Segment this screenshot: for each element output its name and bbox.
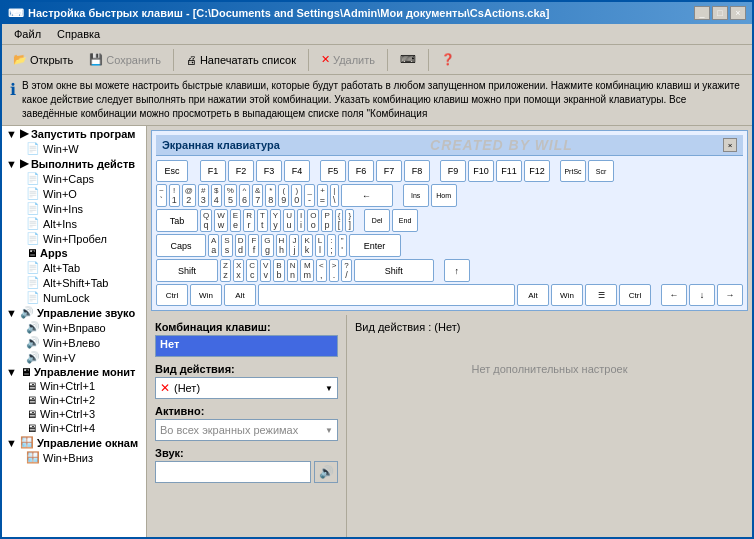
key-7[interactable]: &7 [252, 184, 263, 207]
key-space[interactable] [258, 284, 515, 306]
key-f10[interactable]: F10 [468, 160, 494, 182]
sidebar-item-altins[interactable]: 📄 Alt+Ins [2, 216, 146, 231]
key-quote[interactable]: "' [338, 234, 347, 257]
key-9[interactable]: (9 [278, 184, 289, 207]
sidebar-group-monitor[interactable]: ▼ 🖥 Управление монит [2, 365, 146, 379]
key-f8[interactable]: F8 [404, 160, 430, 182]
key-home[interactable]: Hom [431, 184, 457, 207]
keyboard-button[interactable]: ⌨ [393, 50, 423, 69]
key-left[interactable]: ← [661, 284, 687, 306]
key-v[interactable]: Vv [260, 259, 271, 282]
key-z[interactable]: Zz [220, 259, 231, 282]
key-rctrl[interactable]: Ctrl [619, 284, 651, 306]
sidebar-item-alttab[interactable]: 📄 Alt+Tab [2, 260, 146, 275]
key-end[interactable]: End [392, 209, 418, 232]
sidebar-group-sound[interactable]: ▼ 🔊 Управление звуко [2, 305, 146, 320]
key-f1[interactable]: F1 [200, 160, 226, 182]
key-w[interactable]: Ww [214, 209, 228, 232]
key-r[interactable]: Rr [243, 209, 255, 232]
kb-close-button[interactable]: × [723, 138, 737, 152]
sidebar-item-wino[interactable]: 📄 Win+O [2, 186, 146, 201]
key-f11[interactable]: F11 [496, 160, 522, 182]
key-lalt[interactable]: Alt [224, 284, 256, 306]
key-l[interactable]: Ll [315, 234, 325, 257]
sound-input[interactable] [155, 461, 311, 483]
key-f[interactable]: Ff [248, 234, 259, 257]
key-rbracket[interactable]: }] [345, 209, 354, 232]
key-0[interactable]: )0 [291, 184, 302, 207]
key-e[interactable]: Ee [230, 209, 241, 232]
key-y[interactable]: Yy [270, 209, 281, 232]
key-b[interactable]: Bb [273, 259, 284, 282]
key-o[interactable]: Oo [307, 209, 319, 232]
save-button[interactable]: 💾 Сохранить [82, 50, 168, 69]
key-comma[interactable]: <, [316, 259, 327, 282]
key-s[interactable]: Ss [221, 234, 232, 257]
sidebar-item-winins[interactable]: 📄 Win+Ins [2, 201, 146, 216]
print-button[interactable]: 🖨 Напечатать список [179, 51, 303, 69]
key-f4[interactable]: F4 [284, 160, 310, 182]
sidebar-item-winleft[interactable]: 🔊 Win+Влево [2, 335, 146, 350]
key-u[interactable]: Uu [283, 209, 295, 232]
sidebar-item-winctrl3[interactable]: 🖥 Win+Ctrl+3 [2, 407, 146, 421]
key-up[interactable]: ↑ [444, 259, 470, 282]
key-lwin[interactable]: Win [190, 284, 222, 306]
key-enter[interactable]: Enter [349, 234, 401, 257]
sidebar-item-winspace[interactable]: 📄 Win+Пробел [2, 231, 146, 246]
sound-browse-button[interactable]: 🔊 [314, 461, 338, 483]
key-3[interactable]: #3 [198, 184, 209, 207]
combination-input[interactable]: Нет [155, 335, 338, 357]
key-rshift[interactable]: Shift [354, 259, 434, 282]
key-2[interactable]: @2 [182, 184, 196, 207]
key-k[interactable]: Kk [301, 234, 312, 257]
sidebar-item-numlock[interactable]: 📄 NumLock [2, 290, 146, 305]
sidebar-item-winw[interactable]: 📄 Win+W [2, 141, 146, 156]
key-right[interactable]: → [717, 284, 743, 306]
key-lctrl[interactable]: Ctrl [156, 284, 188, 306]
key-t[interactable]: Tt [257, 209, 268, 232]
help-button[interactable]: ❓ [434, 50, 462, 69]
key-h[interactable]: Hh [276, 234, 288, 257]
sidebar-group-launch[interactable]: ▼ ▶ Запустить програм [2, 126, 146, 141]
sidebar-item-winright[interactable]: 🔊 Win+Вправо [2, 320, 146, 335]
active-select[interactable]: Во всех экранных режимах ▼ [155, 419, 338, 441]
key-c[interactable]: Cc [246, 259, 258, 282]
menu-file[interactable]: Файл [6, 26, 49, 42]
sidebar-item-winv[interactable]: 🔊 Win+V [2, 350, 146, 365]
key-f7[interactable]: F7 [376, 160, 402, 182]
key-caps[interactable]: Caps [156, 234, 206, 257]
key-g[interactable]: Gg [261, 234, 273, 257]
minimize-button[interactable]: _ [694, 6, 710, 20]
maximize-button[interactable]: □ [712, 6, 728, 20]
sidebar-item-apps[interactable]: 🖥 Apps [2, 246, 146, 260]
key-backslash[interactable]: |\ [330, 184, 339, 207]
key-x[interactable]: Xx [233, 259, 244, 282]
key-5[interactable]: %5 [224, 184, 237, 207]
delete-button[interactable]: ✕ Удалить [314, 50, 382, 69]
key-f5[interactable]: F5 [320, 160, 346, 182]
key-slash[interactable]: ?/ [341, 259, 351, 282]
key-j[interactable]: Jj [289, 234, 299, 257]
key-del[interactable]: Del [364, 209, 390, 232]
key-ins[interactable]: Ins [403, 184, 429, 207]
key-1[interactable]: !1 [169, 184, 180, 207]
menu-help[interactable]: Справка [49, 26, 108, 42]
key-tab[interactable]: Tab [156, 209, 198, 232]
key-i[interactable]: Ii [297, 209, 305, 232]
key-f9[interactable]: F9 [440, 160, 466, 182]
key-6[interactable]: ^6 [239, 184, 250, 207]
sidebar-group-execute[interactable]: ▼ ▶ Выполнить действ [2, 156, 146, 171]
key-minus[interactable]: _- [304, 184, 314, 207]
key-ralt[interactable]: Alt [517, 284, 549, 306]
sidebar-item-wincaps[interactable]: 📄 Win+Caps [2, 171, 146, 186]
key-m[interactable]: Mm [300, 259, 314, 282]
key-8[interactable]: *8 [265, 184, 276, 207]
key-backtick[interactable]: ~` [156, 184, 167, 207]
close-button[interactable]: × [730, 6, 746, 20]
sidebar-item-altshifttab[interactable]: 📄 Alt+Shift+Tab [2, 275, 146, 290]
key-4[interactable]: $4 [211, 184, 222, 207]
action-select[interactable]: ✕ (Нет) ▼ [155, 377, 338, 399]
key-lshift[interactable]: Shift [156, 259, 218, 282]
key-d[interactable]: Dd [235, 234, 247, 257]
key-period[interactable]: >. [329, 259, 340, 282]
